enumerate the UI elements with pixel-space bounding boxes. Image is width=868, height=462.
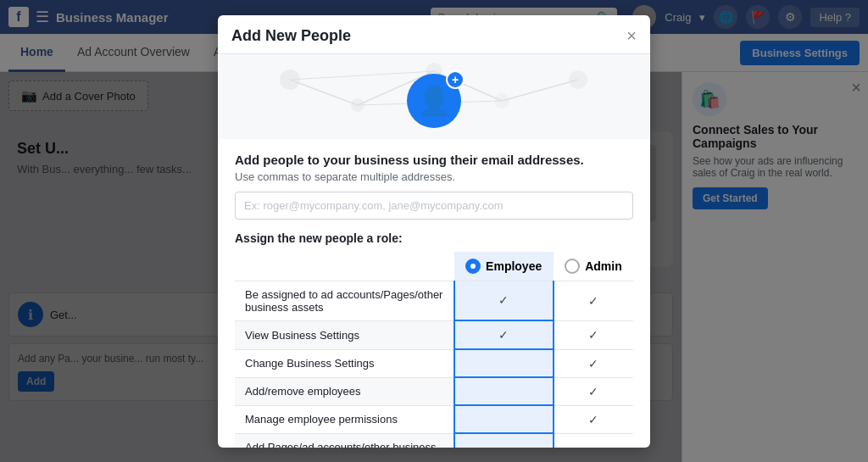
admin-radio-unchecked[interactable] [565,259,580,274]
modal-overlay: Add New People × 👤 + [0,0,868,462]
employee-label: Employee [486,259,542,273]
employee-check-cell: ✓ [454,320,554,349]
add-new-people-modal: Add New People × 👤 + [218,15,650,448]
admin-radio-group[interactable]: Admin [564,259,623,274]
checkmark-icon: ✓ [498,293,509,307]
feature-label: View Business Settings [235,320,454,349]
modal-close-button[interactable]: × [626,27,637,44]
feature-label: Manage employee permissions [235,405,454,433]
svg-line-11 [502,80,578,101]
admin-check-cell: ✓ [554,377,633,405]
role-section-label: Assign the new people a role: [235,231,633,245]
employee-column-header[interactable]: Employee [454,252,554,281]
feature-label: Be assigned to ad accounts/Pages/other b… [235,281,454,320]
checkmark-icon: ✓ [498,328,509,342]
table-row: Change Business Settings ✓ [235,349,633,377]
checkmark-icon: ✓ [588,413,598,426]
employee-check-cell [454,405,554,433]
checkmark-icon: ✓ [588,357,598,370]
role-table: Employee Admin Be assigned [235,252,633,448]
admin-check-cell: ✓ [554,281,633,320]
feature-label: Add/remove employees [235,377,454,405]
employee-check-cell [454,433,554,448]
checkmark-icon: ✓ [588,447,598,448]
employee-check-cell [454,349,554,377]
admin-check-cell: ✓ [554,320,633,349]
modal-body: Add people to your business using their … [218,139,650,448]
email-input[interactable] [235,192,633,220]
employee-check-cell [454,377,554,405]
modal-title: Add New People [231,27,351,45]
checkmark-icon: ✓ [588,385,598,398]
feature-label: Add Pages/ad accounts/other business ass… [235,433,454,448]
table-row: Manage employee permissions ✓ [235,405,633,433]
employee-check-cell: ✓ [454,281,554,320]
admin-column-header[interactable]: Admin [554,252,633,281]
admin-label: Admin [585,259,622,273]
employee-radio-group[interactable]: Employee [465,259,543,274]
instructions-title: Add people to your business using their … [235,153,633,167]
checkmark-icon: ✓ [588,328,598,342]
instructions-sub: Use commas to separate multiple addresse… [235,170,633,183]
plus-badge-icon: + [446,70,465,89]
table-row: Add Pages/ad accounts/other business ass… [235,433,633,448]
table-row: Be assigned to ad accounts/Pages/other b… [235,281,633,320]
table-row: Add/remove employees ✓ [235,377,633,405]
admin-check-cell: ✓ [554,433,633,448]
svg-line-12 [290,71,434,80]
feature-label: Change Business Settings [235,349,454,377]
admin-check-cell: ✓ [554,349,633,377]
person-add-icon: 👤 + [407,74,461,128]
role-section: Assign the new people a role: Employee [235,231,633,448]
table-row: View Business Settings ✓ ✓ [235,320,633,349]
svg-line-8 [290,80,358,105]
person-silhouette-icon: 👤 [417,85,451,117]
employee-radio-checked[interactable] [465,259,481,274]
modal-header: Add New People × [218,15,650,54]
modal-hero: 👤 + [218,54,650,139]
admin-check-cell: ✓ [554,405,633,433]
checkmark-icon: ✓ [588,294,598,308]
